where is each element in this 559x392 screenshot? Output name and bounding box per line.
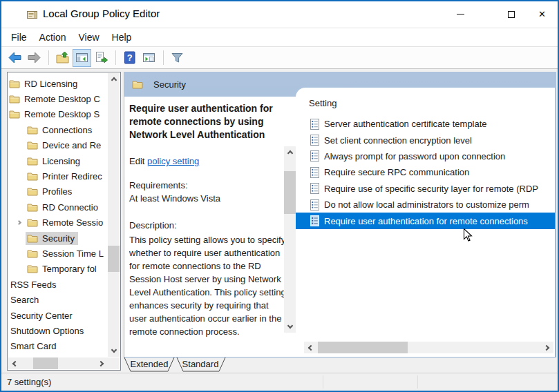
tree-item-printer-redirec[interactable]: Printer Redirec <box>8 168 108 184</box>
folder-icon <box>27 157 38 166</box>
tree-item-rss-feeds[interactable]: RSS Feeds <box>8 277 108 292</box>
tree-vertical-scrollbar[interactable] <box>108 73 120 357</box>
tree-item-connections[interactable]: Connections <box>8 122 108 137</box>
expander-spacer <box>15 186 26 197</box>
tree-item-label: Search <box>10 295 39 305</box>
setting-label: Require user authentication for remote c… <box>324 216 528 226</box>
tree-item-rd-connectio[interactable]: RD Connectio <box>8 199 108 215</box>
close-icon: ✕ <box>538 10 546 19</box>
tree-item-label: RD Licensing <box>24 79 77 89</box>
setting-row[interactable]: Set client connection encryption level <box>296 132 555 148</box>
tree-item-device-and-re[interactable]: Device and Re <box>8 138 108 153</box>
tree-horizontal-scrollbar[interactable] <box>8 357 108 369</box>
expander-spacer <box>15 171 26 182</box>
tree-item-security-center[interactable]: Security Center <box>8 308 108 323</box>
up-one-level-button[interactable] <box>53 49 72 67</box>
tree-item-smart-card[interactable]: Smart Card <box>8 339 108 354</box>
setting-row[interactable]: Require use of specific security layer f… <box>296 181 555 197</box>
chevron-up-icon <box>287 150 292 156</box>
export-list-icon <box>94 50 108 65</box>
menu-view[interactable]: View <box>72 29 105 46</box>
scroll-up-button[interactable] <box>108 73 120 85</box>
chevron-right-icon <box>17 220 21 225</box>
setting-row[interactable]: Require secure RPC communication <box>296 164 555 180</box>
menu-bar: FileActionViewHelp <box>1 28 558 47</box>
tree-item-temporary-fol[interactable]: Temporary fol <box>8 262 108 277</box>
scrollbar-thumb[interactable] <box>284 171 296 214</box>
scroll-down-button[interactable] <box>108 345 120 357</box>
policy-icon <box>310 150 319 161</box>
tree-item-search[interactable]: Search <box>8 292 108 307</box>
export-list-button[interactable] <box>92 49 111 67</box>
tree-item-licensing[interactable]: Licensing <box>8 153 108 168</box>
tree-item-inner: Smart Card <box>9 340 59 353</box>
maximize-button[interactable] <box>495 1 527 27</box>
console-tree-icon <box>75 50 89 65</box>
expander-spacer <box>15 155 26 166</box>
tree-rows: RD LicensingRemote Desktop CRemote Deskt… <box>8 76 108 357</box>
toolbar-separator <box>115 50 116 65</box>
description-text: This policy setting allows you to specif… <box>129 233 288 357</box>
scroll-right-button[interactable] <box>542 342 553 353</box>
content-area: RD LicensingRemote Desktop CRemote Deskt… <box>1 69 558 373</box>
close-button[interactable]: ✕ <box>527 1 558 27</box>
scrollbar-thumb[interactable] <box>33 357 58 369</box>
setting-row[interactable]: Server authentication certificate templa… <box>296 116 555 132</box>
tree-item-security[interactable]: Security <box>8 231 108 246</box>
scroll-left-button[interactable] <box>8 357 20 369</box>
help-button[interactable]: ? <box>120 49 139 67</box>
folder-icon <box>27 203 38 212</box>
folder-icon <box>27 249 38 258</box>
setting-label: Require secure RPC communication <box>324 167 469 177</box>
console-tree-toggle-button[interactable] <box>73 49 91 67</box>
svg-text:?: ? <box>127 52 133 63</box>
expand-chevron-icon[interactable] <box>15 217 26 228</box>
tree-item-shutdown-options[interactable]: Shutdown Options <box>8 323 108 338</box>
setting-row[interactable]: Do not allow local administrators to cus… <box>296 197 555 213</box>
tree-item-remote-sessio[interactable]: Remote Sessio <box>8 215 108 231</box>
statusbar-divider <box>417 375 418 389</box>
setting-row[interactable]: Require user authentication for remote c… <box>296 213 555 228</box>
minimize-button[interactable] <box>445 1 476 27</box>
menu-help[interactable]: Help <box>106 29 138 46</box>
menu-action[interactable]: Action <box>33 29 73 46</box>
up-folder-icon <box>55 50 70 65</box>
tree-item-remote-desktop-s[interactable]: Remote Desktop S <box>8 107 108 122</box>
tree-item-label: Licensing <box>42 156 80 166</box>
tree-item-session-time-l[interactable]: Session Time L <box>8 246 108 261</box>
action-pane-toggle-button[interactable] <box>140 49 158 67</box>
scroll-right-button[interactable] <box>96 357 108 369</box>
tree-item-label: Profiles <box>42 186 72 197</box>
policy-icon <box>310 167 319 178</box>
scroll-down-button[interactable] <box>284 321 296 333</box>
policy-setting-link[interactable]: policy setting <box>147 156 199 166</box>
tree-item-rd-licensing[interactable]: RD Licensing <box>8 76 108 91</box>
filter-button[interactable] <box>168 49 187 67</box>
expander-spacer <box>15 264 26 275</box>
setting-column-header[interactable]: Setting <box>309 98 337 108</box>
tree-item-profiles[interactable]: Profiles <box>8 184 108 199</box>
scroll-up-button[interactable] <box>284 146 296 158</box>
tab-extended[interactable]: Extended <box>129 359 169 369</box>
expander-spacer <box>15 233 26 244</box>
scrollbar-thumb[interactable] <box>108 246 120 272</box>
settings-horizontal-scrollbar[interactable] <box>304 342 553 353</box>
tab-standard[interactable]: Standard <box>180 359 220 369</box>
detail-pane-header: Security <box>124 72 186 97</box>
back-button[interactable] <box>6 49 24 67</box>
tree-item-remote-desktop-c[interactable]: Remote Desktop C <box>8 91 108 106</box>
chevron-up-icon <box>111 77 116 83</box>
scrollbar-thumb[interactable] <box>318 342 408 353</box>
tree-item-inner: Printer Redirec <box>26 170 106 183</box>
menu-file[interactable]: File <box>5 29 33 46</box>
forward-button[interactable] <box>25 49 44 67</box>
folder-icon <box>27 264 38 273</box>
scroll-left-button[interactable] <box>304 342 316 353</box>
view-tabs: Extended Standard <box>124 357 556 373</box>
policy-icon <box>310 199 319 210</box>
setting-row[interactable]: Always prompt for password upon connecti… <box>296 148 555 164</box>
tree-item-inner: Licensing <box>26 155 84 168</box>
description-scrollbar[interactable] <box>284 146 296 333</box>
tree-item-inner: Profiles <box>26 185 75 198</box>
title-bar: Local Group Policy Editor ✕ <box>1 1 558 28</box>
